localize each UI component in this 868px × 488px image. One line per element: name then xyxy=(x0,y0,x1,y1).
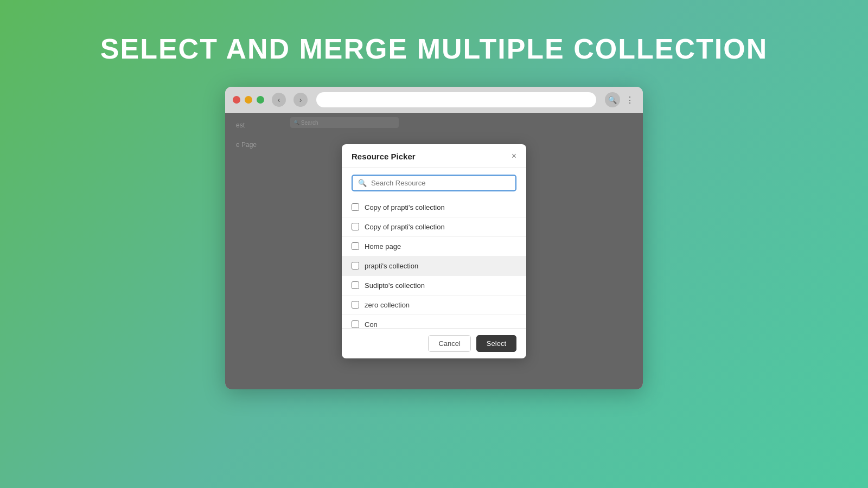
list-item[interactable]: Copy of prapti's collection xyxy=(342,198,526,217)
list-item-checkbox[interactable] xyxy=(352,242,359,250)
list-item-checkbox[interactable] xyxy=(352,262,359,269)
list-item-label: Copy of prapti's collection xyxy=(365,223,445,231)
search-input-wrap: 🔍 xyxy=(352,175,516,191)
browser-dot-red[interactable] xyxy=(233,96,240,104)
resource-picker-modal: Resource Picker × 🔍 Copy of prapti's col… xyxy=(342,144,526,358)
modal-title: Resource Picker xyxy=(352,152,416,161)
list-item[interactable]: zero collection xyxy=(342,296,526,315)
list-item[interactable]: Con xyxy=(342,315,526,328)
list-item-checkbox[interactable] xyxy=(352,281,359,289)
list-item-label: zero collection xyxy=(365,301,410,309)
page-title: SELECT AND MERGE MULTIPLE COLLECTION xyxy=(100,33,768,65)
list-item-checkbox[interactable] xyxy=(352,320,359,328)
browser-dot-yellow[interactable] xyxy=(245,96,252,104)
resource-list: Copy of prapti's collection Copy of prap… xyxy=(342,198,526,328)
browser-content: 🔍 Search est e Page Resource Picker × 🔍 xyxy=(225,113,643,389)
modal-footer: Cancel Select xyxy=(342,328,526,358)
modal-search-area: 🔍 xyxy=(342,168,526,198)
list-item-label: Con xyxy=(365,320,378,328)
list-item-label: Home page xyxy=(365,242,401,251)
list-item-label: Copy of prapti's collection xyxy=(365,203,445,211)
search-input[interactable] xyxy=(371,179,510,187)
browser-menu-icon[interactable]: ⋮ xyxy=(624,95,635,105)
modal-close-button[interactable]: × xyxy=(512,152,516,160)
list-item[interactable]: Copy of prapti's collection xyxy=(342,217,526,237)
browser-window: ‹ › 🔍 ⋮ 🔍 Search est e Page Resource Pic… xyxy=(225,87,643,389)
list-item-checkbox[interactable] xyxy=(352,301,359,309)
browser-titlebar: ‹ › 🔍 ⋮ xyxy=(225,87,643,113)
url-bar[interactable] xyxy=(316,92,596,107)
search-icon: 🔍 xyxy=(358,179,367,187)
list-item[interactable]: Home page xyxy=(342,237,526,256)
forward-button[interactable]: › xyxy=(293,93,308,107)
list-item-label: Sudipto's collection xyxy=(365,281,425,290)
list-item[interactable]: prapti's collection xyxy=(342,256,526,276)
back-button[interactable]: ‹ xyxy=(272,93,286,107)
modal-header: Resource Picker × xyxy=(342,144,526,168)
cancel-button[interactable]: Cancel xyxy=(428,335,470,352)
list-item-label: prapti's collection xyxy=(365,262,418,270)
modal-overlay: Resource Picker × 🔍 Copy of prapti's col… xyxy=(225,113,643,389)
select-button[interactable]: Select xyxy=(476,335,516,352)
browser-search-icon[interactable]: 🔍 xyxy=(605,92,620,107)
list-item[interactable]: Sudipto's collection xyxy=(342,276,526,296)
list-item-checkbox[interactable] xyxy=(352,203,359,211)
browser-dot-green[interactable] xyxy=(257,96,264,104)
list-item-checkbox[interactable] xyxy=(352,223,359,230)
